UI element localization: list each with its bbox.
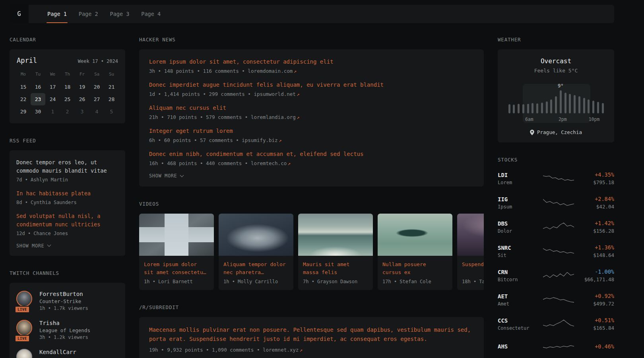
external-link-icon: ↗ bbox=[297, 91, 300, 97]
video-title[interactable]: Nullam posuere cursus ex bbox=[378, 256, 452, 276]
stock-price: $156.28 bbox=[578, 228, 614, 234]
weather-bar bbox=[578, 96, 580, 113]
rss-item-title[interactable]: In hac habitasse platea bbox=[16, 189, 118, 198]
twitch-channel-row[interactable]: KendallCarr bbox=[16, 349, 118, 358]
calendar-day-next-month: 4 bbox=[89, 105, 104, 118]
weather-bar bbox=[602, 103, 604, 113]
video-thumbnail[interactable] bbox=[139, 214, 214, 256]
videos-widget: Lorem ipsum dolor sit amet consectetu… 1… bbox=[139, 214, 484, 290]
calendar-day: 27 bbox=[89, 93, 104, 105]
hn-domain-link[interactable]: ipsumify.biz↗ bbox=[242, 137, 281, 143]
reddit-item: Maecenas mollis pulvinar erat non posuer… bbox=[149, 325, 474, 353]
tab-page-3[interactable]: Page 3 bbox=[109, 5, 130, 23]
app-logo[interactable]: G bbox=[10, 5, 29, 23]
show-more-label: SHOW MORE bbox=[16, 243, 44, 249]
stock-row[interactable]: SNRCSit +1.36%$148.64 bbox=[498, 244, 614, 258]
calendar-day: 25 bbox=[60, 93, 75, 105]
hn-item-title[interactable]: Donec imperdiet augue tincidunt felis al… bbox=[149, 81, 474, 89]
calendar-day: 29 bbox=[16, 105, 31, 118]
video-thumbnail[interactable] bbox=[219, 214, 293, 256]
twitch-channel-row[interactable]: LIVE ForrestBurton Counter-Strike 1h • 1… bbox=[16, 291, 118, 311]
stock-row[interactable]: AHS +0.46% bbox=[498, 341, 614, 353]
calendar-header: April Week 17 • 2024 bbox=[16, 56, 119, 70]
hn-item: Lorem ipsum dolor sit amet, consectetur … bbox=[149, 58, 474, 74]
avatar-wrap: LIVE bbox=[16, 320, 34, 340]
reddit-item-title[interactable]: Maecenas mollis pulvinar erat non posuer… bbox=[149, 325, 474, 344]
tab-page-2[interactable]: Page 2 bbox=[78, 5, 99, 23]
weather-location: Prague, Czechia bbox=[506, 129, 606, 135]
tab-page-1[interactable]: Page 1 bbox=[47, 5, 68, 23]
rss-item: Sed volutpat nulla nisl, a condimentum n… bbox=[16, 212, 118, 236]
live-badge: LIVE bbox=[15, 306, 30, 313]
weather-time-labels: 6am 2pm 10pm bbox=[508, 117, 604, 123]
twitch-widget: LIVE ForrestBurton Counter-Strike 1h • 1… bbox=[10, 283, 125, 358]
hackernews-widget: Lorem ipsum dolor sit amet, consectetur … bbox=[139, 49, 484, 187]
hn-domain-link[interactable]: loremtech.co↗ bbox=[251, 160, 291, 166]
calendar-day: 20 bbox=[89, 81, 104, 93]
location-pin-icon bbox=[530, 130, 534, 135]
weather-bar bbox=[531, 103, 533, 113]
stock-change: +1.36% bbox=[578, 244, 614, 251]
video-title[interactable]: Lorem ipsum dolor sit amet consectetu… bbox=[139, 256, 214, 276]
hn-meta-text: 6h • 60 points • 57 comments • bbox=[149, 137, 239, 143]
channel-info: KendallCarr bbox=[39, 349, 76, 358]
hn-domain-link[interactable]: loremlandia.org↗ bbox=[251, 114, 299, 120]
twitch-channel-game: League of Legends bbox=[39, 327, 90, 333]
hn-domain-link[interactable]: ipsumworld.net↗ bbox=[254, 91, 299, 97]
video-title[interactable]: Suspendisse diam bbox=[457, 256, 484, 276]
video-card: Aliquam tempor dolor nec pharetra… 1h • … bbox=[219, 214, 293, 290]
stock-price: $42.04 bbox=[578, 204, 614, 210]
stock-row[interactable]: CRNBitcorn -1.00%$66,171.48 bbox=[498, 268, 614, 282]
hn-show-more-button[interactable]: SHOW MORE bbox=[149, 173, 183, 179]
time-label: 10pm bbox=[589, 117, 600, 122]
weather-bar bbox=[536, 103, 538, 113]
hn-item-meta: 6h • 60 points • 57 comments • ipsumify.… bbox=[149, 137, 474, 143]
hn-item-meta: 21h • 710 points • 579 comments • loreml… bbox=[149, 114, 474, 120]
rss-item-title[interactable]: Sed volutpat nulla nisl, a condimentum n… bbox=[16, 212, 118, 229]
hn-meta-text: 1d • 1,414 points • 299 comments • bbox=[149, 91, 251, 97]
video-thumbnail[interactable] bbox=[457, 214, 484, 256]
right-column: Weather Overcast Feels like 5°C 9° 6am 2… bbox=[498, 23, 614, 353]
stock-symbol: IIG bbox=[498, 196, 539, 202]
video-meta: 1h • Molly Carrillo bbox=[219, 276, 293, 290]
stock-row[interactable]: IIGIpsum +2.84%$42.04 bbox=[498, 196, 614, 210]
hn-domain-link[interactable]: loremdomain.com↗ bbox=[248, 68, 296, 74]
hn-item-meta: 16h • 468 points • 440 comments • loremt… bbox=[149, 160, 474, 166]
video-thumbnail[interactable] bbox=[298, 214, 373, 256]
video-thumbnail[interactable] bbox=[378, 214, 452, 256]
stock-row[interactable]: DBSDolor +1.42%$156.28 bbox=[498, 220, 614, 234]
weather-section-title: Weather bbox=[498, 37, 614, 43]
reddit-domain-link[interactable]: loremnet.xyz↗ bbox=[263, 347, 303, 353]
weather-condition: Overcast bbox=[506, 57, 606, 65]
video-title[interactable]: Aliquam tempor dolor nec pharetra… bbox=[219, 256, 293, 276]
weather-bar bbox=[508, 104, 510, 113]
hn-meta-text: 3h • 148 points • 116 comments • bbox=[149, 68, 245, 74]
hn-item-title[interactable]: Aliquam nec cursus elit bbox=[149, 104, 474, 112]
chevron-down-icon bbox=[180, 173, 184, 177]
stock-row[interactable]: LDILorem +4.35%$795.18 bbox=[498, 171, 614, 185]
stock-row[interactable]: AETAmet +0.92%$499.72 bbox=[498, 293, 614, 307]
rss-item-meta: 8d • Cynthia Saunders bbox=[16, 200, 118, 205]
video-title[interactable]: Mauris sit amet massa felis bbox=[298, 256, 373, 276]
stock-sparkline bbox=[543, 197, 574, 209]
stock-change: +1.42% bbox=[578, 220, 614, 226]
calendar-day-next-month: 3 bbox=[75, 105, 89, 118]
tab-page-4[interactable]: Page 4 bbox=[140, 5, 161, 23]
weather-bar bbox=[597, 102, 599, 113]
rss-show-more-button[interactable]: SHOW MORE bbox=[16, 243, 50, 249]
twitch-channel-row[interactable]: LIVE Trisha League of Legends 3h • 1.2k … bbox=[16, 320, 118, 340]
hn-item: Donec enim nibh, condimentum et accumsan… bbox=[149, 150, 474, 166]
stock-row[interactable]: CCSConsectetur +0.51%$165.84 bbox=[498, 317, 614, 331]
hn-item-title[interactable]: Lorem ipsum dolor sit amet, consectetur … bbox=[149, 58, 474, 66]
rss-item-title[interactable]: Donec tempor eros leo, ut commodo mauris… bbox=[16, 158, 118, 175]
hn-item-title[interactable]: Integer eget rutrum lorem bbox=[149, 127, 474, 135]
hn-item-title[interactable]: Donec enim nibh, condimentum et accumsan… bbox=[149, 150, 474, 158]
stock-price: $148.64 bbox=[578, 252, 614, 258]
stock-sparkline bbox=[543, 270, 574, 282]
video-meta: 7h • Grayson Dawson bbox=[298, 276, 373, 290]
rss-widget: Donec tempor eros leo, ut commodo mauris… bbox=[10, 150, 125, 256]
stock-change: +0.46% bbox=[578, 343, 614, 350]
stock-sparkline bbox=[543, 173, 574, 185]
stock-symbol: CRN bbox=[498, 269, 539, 275]
stock-symbol: DBS bbox=[498, 220, 539, 227]
